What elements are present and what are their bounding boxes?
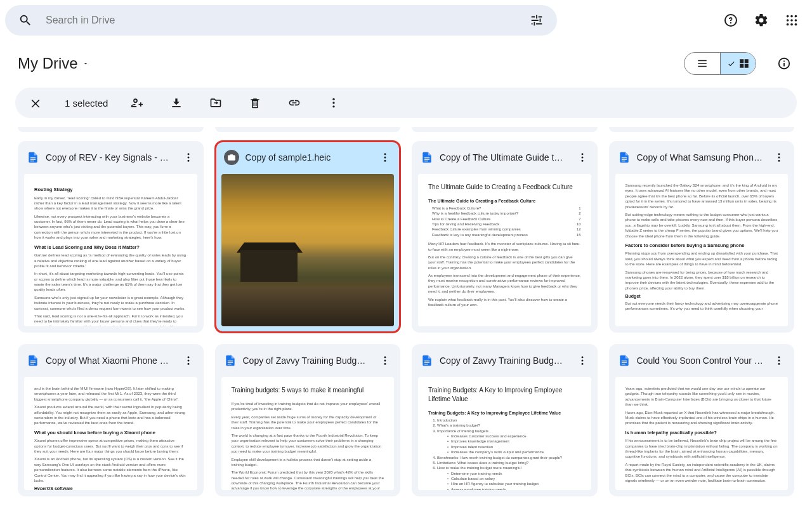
file-title: Could You Soon Control Your Phone With Y…: [637, 355, 764, 366]
file-more-icon[interactable]: [180, 149, 197, 166]
svg-point-6: [787, 23, 789, 26]
close-selection-icon[interactable]: [23, 90, 48, 116]
docs-file-icon: [618, 354, 631, 367]
file-card[interactable]: Copy of sample1.heic: [215, 141, 401, 333]
file-card[interactable]: Copy of The Ultimate Guide to Creating a…: [412, 141, 598, 333]
file-thumbnail: Training budgets: 5 ways to make it mean…: [221, 377, 395, 490]
search-icon: [13, 8, 38, 33]
download-icon[interactable]: [164, 90, 189, 116]
svg-point-3: [787, 19, 789, 22]
file-thumbnail: Samsung recently launched the Galaxy S24…: [615, 174, 789, 326]
delete-icon[interactable]: [242, 90, 268, 116]
file-thumbnail: Routing StrategyEarly in my career, “lea…: [24, 174, 197, 326]
file-thumbnail: The Ultimate Guide to Creating a Feedbac…: [418, 174, 591, 326]
file-more-icon[interactable]: [770, 149, 788, 166]
grid-view-button[interactable]: [720, 53, 756, 74]
search-input[interactable]: [46, 15, 516, 26]
file-card-stub: [412, 127, 598, 132]
selection-toolbar: 1 selected: [15, 88, 797, 118]
docs-file-icon: [27, 151, 39, 164]
file-thumbnail: Years ago, scientists predicted that we …: [615, 377, 789, 490]
file-title: Copy of The Ultimate Guide to Creating a…: [440, 152, 567, 163]
docs-file-icon: [224, 354, 237, 367]
svg-point-7: [790, 23, 793, 26]
apps-grid-icon[interactable]: [779, 8, 804, 33]
file-more-icon[interactable]: [376, 352, 394, 369]
settings-gear-icon[interactable]: [749, 8, 774, 33]
file-thumbnail: Training Budgets: A Key to Improving Emp…: [418, 377, 591, 490]
file-title: Copy of What Samsung Phone Buyers Should…: [637, 152, 764, 163]
search-options-icon[interactable]: [524, 8, 549, 33]
file-more-icon[interactable]: [180, 352, 197, 369]
file-card[interactable]: Copy of Zavvy Training Budget WaysTraini…: [215, 344, 401, 496]
chevron-down-icon: [82, 60, 89, 67]
view-toggle: [684, 52, 756, 75]
svg-point-0: [787, 15, 789, 18]
file-more-icon[interactable]: [573, 149, 591, 166]
file-title: Copy of sample1.heic: [246, 152, 370, 163]
docs-file-icon: [27, 354, 39, 367]
help-icon[interactable]: [718, 8, 743, 33]
file-more-icon[interactable]: [376, 149, 394, 166]
svg-point-4: [790, 19, 793, 22]
file-card[interactable]: Copy of What Samsung Phone Buyers Should…: [609, 141, 795, 333]
svg-point-1: [790, 15, 793, 18]
more-actions-icon[interactable]: [321, 90, 346, 116]
selection-count: 1 selected: [65, 98, 108, 109]
docs-file-icon: [618, 151, 631, 164]
file-card[interactable]: Copy of What Xiaomi Phone Buyers Should …: [18, 344, 204, 496]
share-icon[interactable]: [124, 90, 150, 116]
move-icon[interactable]: [203, 90, 228, 116]
file-more-icon[interactable]: [573, 352, 591, 369]
svg-point-10: [333, 102, 335, 103]
file-more-icon[interactable]: [770, 352, 788, 369]
link-icon[interactable]: [282, 90, 307, 116]
image-file-icon: [224, 150, 239, 165]
file-card-stub: [18, 127, 204, 132]
location-breadcrumb[interactable]: My Drive: [18, 55, 89, 72]
file-card[interactable]: Copy of REV - Key Signals - Why Lead Sco…: [18, 141, 204, 333]
svg-point-2: [795, 15, 797, 18]
location-title: My Drive: [18, 55, 78, 72]
file-title: Copy of Zavvy Training Budget Improving: [440, 355, 567, 366]
svg-point-9: [333, 98, 335, 100]
svg-point-11: [333, 105, 335, 107]
info-icon[interactable]: [771, 51, 797, 76]
list-view-button[interactable]: [684, 53, 720, 74]
file-card[interactable]: Copy of Zavvy Training Budget ImprovingT…: [412, 344, 598, 496]
search-bar[interactable]: [5, 5, 557, 36]
file-title: Copy of Zavvy Training Budget Ways: [243, 355, 370, 366]
svg-point-8: [795, 23, 797, 26]
file-card-stub: [609, 127, 795, 132]
svg-point-5: [795, 19, 797, 22]
file-title: Copy of REV - Key Signals - Why Lead Sco…: [46, 152, 173, 163]
file-title: Copy of What Xiaomi Phone Buyers Should …: [46, 355, 173, 366]
file-thumbnail: [221, 174, 395, 326]
file-thumbnail: and is the brain behind the MIUI firmwar…: [24, 377, 197, 490]
docs-file-icon: [421, 354, 433, 367]
docs-file-icon: [421, 151, 433, 164]
file-card[interactable]: Could You Soon Control Your Phone With Y…: [609, 344, 795, 496]
file-card-stub: [215, 127, 401, 132]
